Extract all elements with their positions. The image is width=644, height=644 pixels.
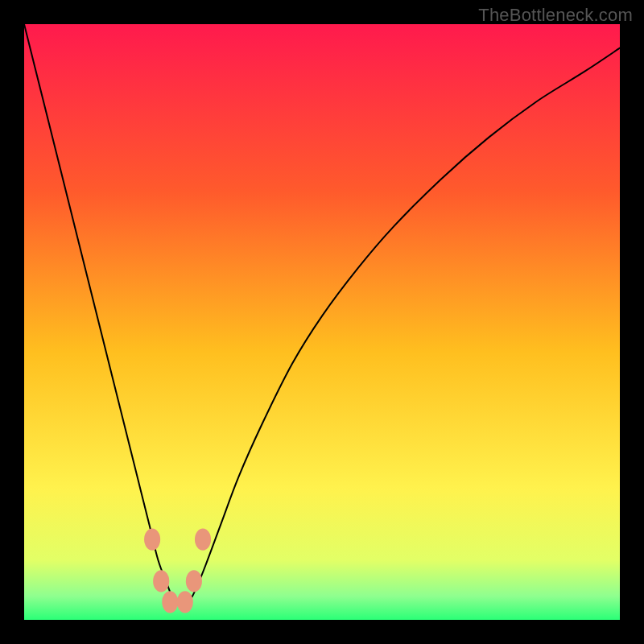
marker-2 (162, 591, 178, 613)
marker-1 (153, 570, 169, 592)
watermark-text: TheBottleneck.com (478, 5, 633, 26)
marker-0 (144, 528, 160, 550)
chart-svg (24, 24, 620, 620)
marker-5 (195, 528, 211, 550)
marker-3 (177, 591, 193, 613)
marker-4 (186, 570, 202, 592)
chart-background (24, 24, 620, 620)
plot-area (24, 24, 620, 620)
chart-frame: TheBottleneck.com (0, 0, 644, 644)
